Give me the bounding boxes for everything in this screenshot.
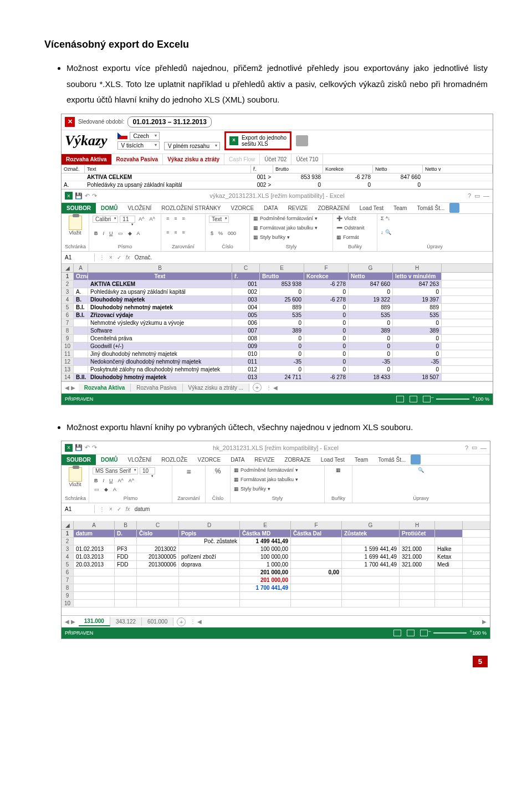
- table-row[interactable]: 4 B. Dlouhodobý majetek 003 25 600 -6 27…: [62, 296, 493, 304]
- size-select[interactable]: 11: [120, 216, 135, 223]
- vykazy-tabs: Rozvaha Aktiva Rozvaha Pasiva Výkaz zisk…: [62, 154, 493, 165]
- vykazy-logo: Výkazy: [65, 132, 108, 149]
- tab-vlozeni[interactable]: VLOŽENÍ: [122, 203, 156, 213]
- save-icon[interactable]: 💾: [75, 444, 83, 451]
- table-row[interactable]: 6 B.I. Zřizovací výdaje 005 535 0 535 53…: [62, 311, 493, 319]
- tab-domu[interactable]: DOMŮ: [96, 454, 123, 465]
- tab-team[interactable]: Team: [388, 203, 412, 213]
- paste-icon[interactable]: [69, 216, 82, 230]
- table-row[interactable]: 9 Ocenitelná práva 008 0 0 0 0: [62, 335, 493, 343]
- avatar[interactable]: [449, 203, 459, 213]
- sheet-tab[interactable]: 601.000: [142, 617, 173, 626]
- sheet-tab[interactable]: 131.000: [79, 617, 110, 626]
- tab-vykaz-zisku[interactable]: Výkaz zisku a ztráty: [163, 154, 224, 165]
- tab-revize[interactable]: REVIZE: [283, 203, 313, 213]
- redo-icon[interactable]: ↷: [92, 444, 97, 451]
- tab-loadtest[interactable]: Load Test: [355, 203, 388, 213]
- table-row[interactable]: 12 Nedokončený dlouhodobý nehmotný majet…: [62, 358, 493, 366]
- tab-zobrazeni[interactable]: ZOBRAZENÍ: [313, 203, 355, 213]
- close-icon[interactable]: ✕: [65, 117, 75, 127]
- name-box[interactable]: A1: [62, 253, 95, 262]
- save-icon[interactable]: 💾: [75, 192, 83, 200]
- avatar[interactable]: [411, 454, 421, 464]
- excel2-window: X 💾 ↶ ↷ hk_20131231.XLS [režim kompatibi…: [61, 441, 490, 639]
- tab-rozlozeni[interactable]: ROZLOŽENÍ STRÁNKY: [156, 203, 226, 213]
- sheet-tab[interactable]: Výkaz zisku a ztráty ...: [183, 384, 249, 392]
- add-sheet-button[interactable]: +: [177, 617, 186, 626]
- undo-icon[interactable]: ↶: [85, 444, 90, 451]
- redo-icon[interactable]: ↷: [92, 192, 97, 200]
- period-value: 01.01.2013 – 31.12.2013: [127, 116, 211, 127]
- col-r: ř.: [251, 165, 273, 173]
- vykazy-window: ✕ Sledované období: 01.01.2013 – 31.12.2…: [61, 114, 493, 405]
- bullet-2: Možnost exportu hlavní knihy po vybranýc…: [66, 420, 488, 436]
- tab-soubor[interactable]: SOUBOR: [62, 454, 96, 465]
- zoom-slider[interactable]: [436, 399, 469, 400]
- font-select[interactable]: MS Sans Serif: [93, 467, 138, 474]
- help-icon[interactable]: ?: [468, 192, 471, 199]
- zoom-slider[interactable]: [433, 632, 467, 634]
- sheet-tab[interactable]: Rozvaha Pasiva: [131, 384, 182, 392]
- font-select[interactable]: Calibri: [93, 216, 118, 223]
- table-row[interactable]: 5 20.03.2013 FDD 201300006 doprava 1 000…: [62, 561, 490, 569]
- titlebar: X 💾 ↶ ↷ výkaz_20131231.XLS [režim kompat…: [62, 190, 493, 203]
- table-row[interactable]: 3 A. Pohledávky za upsaný základní kapit…: [62, 288, 493, 296]
- table-row: AKTIVA CELKEM 001 > 853 938 -6 278 847 6…: [62, 173, 493, 181]
- sheet-tab[interactable]: 343.122: [110, 617, 142, 626]
- table-row[interactable]: 11 Jiný dlouhodobý nehmotný majetek 010 …: [62, 350, 493, 358]
- tab-rozvaha-pasiva[interactable]: Rozvaha Pasiva: [112, 154, 163, 165]
- col-brutto: Brutto: [273, 165, 323, 173]
- ribbon-tabs: SOUBOR DOMŮ VLOŽENÍ ROZLOŽENÍ STRÁNKY VZ…: [62, 203, 493, 214]
- table-row[interactable]: 13 Poskytnuté zálohy na dlouhodobý nehmo…: [62, 366, 493, 374]
- tab-710[interactable]: Účet 710: [291, 154, 323, 165]
- name-box[interactable]: A1: [62, 505, 95, 513]
- table-row[interactable]: 3 01.02.2013 PF3 2013002 100 000,00 1 59…: [62, 545, 490, 553]
- table-row[interactable]: 10 Goodwill (+/-) 009 0 0 0 0: [62, 343, 493, 350]
- tab-rozvaha-aktiva[interactable]: Rozvaha Aktiva: [62, 154, 112, 165]
- view-icon[interactable]: [396, 396, 404, 402]
- user-name[interactable]: Tomáš Št...: [412, 203, 449, 213]
- ribbon: Vložit Schránka Calibri11A^A^ BIU▭◆A Pís…: [62, 214, 493, 252]
- ribbon-icon[interactable]: ▭: [474, 192, 480, 200]
- flag-icon: [117, 132, 127, 139]
- table-row[interactable]: 14 B.II. Dlouhodobý hmotný majetek 013 2…: [62, 374, 493, 381]
- sheet-tab[interactable]: Rozvaha Aktiva: [79, 384, 131, 392]
- tab-vzorce[interactable]: VZORCE: [226, 203, 259, 213]
- undo-icon[interactable]: ↶: [85, 192, 90, 200]
- tab-data[interactable]: DATA: [259, 203, 283, 213]
- table-row[interactable]: 4 01.03.2013 FDD 201300005 pořízení zbož…: [62, 553, 490, 561]
- paste-icon[interactable]: [69, 467, 82, 482]
- formula-bar[interactable]: datum: [135, 506, 150, 512]
- col-netto: Netto: [373, 165, 423, 173]
- excel-app-icon: X: [65, 192, 73, 200]
- page-title: Vícenásobný export do Excelu: [44, 39, 488, 50]
- table-row[interactable]: 8 Software 007 389 0 389 389: [62, 327, 493, 335]
- print-icon[interactable]: [296, 135, 308, 146]
- table-row[interactable]: 5 B.I. Dlouhodobý nehmotný majetek 004 8…: [62, 304, 493, 311]
- page-number: 5: [473, 656, 488, 667]
- col-korekce: Korekce: [323, 165, 373, 173]
- table-row[interactable]: 7 Nehmotné výsledky výzkumu a vývoje 006…: [62, 319, 493, 327]
- lang-select[interactable]: Czech: [130, 132, 160, 140]
- col-nettov: Netto v: [423, 165, 493, 173]
- period-label: Sledované období:: [78, 119, 124, 125]
- bullet-1: Možnost exportu více přehledů najednou, …: [66, 60, 488, 108]
- min-icon[interactable]: —: [483, 192, 489, 199]
- status-text: PŘIPRAVEN: [65, 630, 93, 636]
- tab-702[interactable]: Účet 702: [260, 154, 291, 165]
- tab-domu[interactable]: DOMŮ: [96, 203, 123, 213]
- tab-cashflow[interactable]: Cash Flow: [224, 154, 260, 165]
- table-row[interactable]: 2 AKTIVA CELKEM 001 853 938 -6 278 847 6…: [62, 280, 493, 288]
- formula-bar[interactable]: Označ.: [135, 254, 152, 261]
- zoom-value[interactable]: 100 %: [472, 630, 487, 636]
- export-xls-button[interactable]: X Export do jednohosešitu XLS: [224, 131, 291, 150]
- scope-select[interactable]: V plném rozsahu: [164, 142, 220, 150]
- zoom-value[interactable]: 100 %: [475, 396, 489, 402]
- table-row: A. Pohledávky za upsaný základní kapitál…: [62, 181, 493, 189]
- sheet-nav[interactable]: ◀ ▶: [62, 385, 79, 391]
- tab-soubor[interactable]: SOUBOR: [62, 203, 96, 213]
- scale-select[interactable]: V tisících: [117, 141, 160, 150]
- header-row: 1Označ.Textř.BruttoKorekceNettoletto v m…: [62, 273, 493, 280]
- excel-icon: X: [229, 136, 238, 145]
- add-sheet-button[interactable]: +: [253, 383, 262, 392]
